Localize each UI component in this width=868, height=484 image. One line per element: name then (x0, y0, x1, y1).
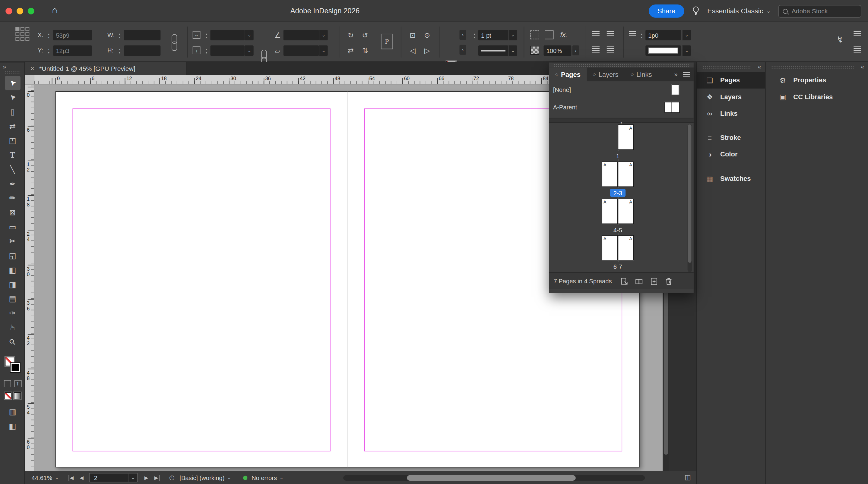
fill-flyout-button[interactable]: › (459, 30, 466, 40)
gradient-feather-tool[interactable]: ◨ (5, 277, 20, 292)
page-spread-item[interactable]: A A 4-5 (602, 198, 634, 235)
next-page-button[interactable]: ▶ (145, 475, 148, 480)
select-previous-icon[interactable]: ◁ (407, 45, 418, 56)
panel-item-color[interactable]: ◑ Color (697, 146, 765, 163)
pen-tool[interactable]: ✒ (5, 176, 20, 191)
dock-drag-handle[interactable] (771, 65, 854, 69)
panel-tab[interactable]: ◇ Pages (549, 67, 587, 82)
panel-item-stroke[interactable]: ≡ Stroke (697, 130, 765, 146)
scale-y-input[interactable] (210, 45, 245, 56)
space-input[interactable]: 1p0 (645, 30, 681, 40)
frame-tool[interactable]: ⊠ (5, 205, 20, 220)
panel-item-swatches[interactable]: ▦ Swatches (697, 170, 765, 187)
pages-scrollbar[interactable] (688, 125, 692, 272)
toolbar-drag-handle[interactable] (4, 70, 21, 73)
first-page-button[interactable]: ◀ (69, 475, 73, 480)
y-stepper[interactable]: ▴▾ (46, 45, 51, 56)
edit-page-size-icon[interactable] (620, 277, 628, 286)
space-stepper[interactable]: ▴▾ (639, 30, 644, 40)
panel-drag-handle[interactable] (554, 64, 689, 67)
line-tool[interactable]: ╲ (5, 162, 20, 176)
pencil-tool[interactable]: ✏ (5, 191, 20, 205)
home-icon[interactable]: ⌂ (52, 5, 58, 16)
page-thumbnail-left[interactable]: A (602, 198, 618, 224)
stroke-weight-dropdown[interactable]: ⌄ (508, 30, 517, 40)
toolbar-expand-icon[interactable]: » (3, 63, 6, 70)
panel-item-cc-libraries[interactable]: ▣ CC Libraries (766, 89, 868, 105)
ruler-origin-box[interactable] (25, 75, 34, 85)
width-stepper[interactable]: ▴▾ (117, 30, 122, 40)
type-tool[interactable]: T (5, 148, 20, 162)
select-container-icon[interactable]: ⊡ (407, 30, 418, 40)
hand-tool[interactable]: ☞ (5, 320, 20, 335)
y-input[interactable]: 12p3 (53, 45, 92, 56)
opacity-input[interactable]: 100% (544, 45, 571, 56)
pages-scrollbar-thumb[interactable] (688, 125, 691, 263)
rotation-angle-dropdown[interactable]: ⌄ (319, 30, 328, 40)
dock-drag-handle[interactable] (703, 65, 751, 69)
gradient-swatch-tool[interactable]: ◧ (5, 263, 20, 277)
preflight-status[interactable]: No errors (251, 474, 277, 481)
shear-angle-input[interactable] (283, 45, 319, 56)
panel-item-layers[interactable]: ❖ Layers (697, 89, 765, 105)
constrain-dimensions-link-icon[interactable] (170, 34, 177, 50)
page-spread-item[interactable]: A A 1 (602, 125, 634, 162)
panel-tab[interactable]: ◇ Layers (587, 67, 625, 82)
collapse-dock-icon[interactable]: « (758, 63, 761, 70)
shear-angle-dropdown[interactable]: ⌄ (319, 45, 328, 56)
text-frame-options-icon[interactable] (607, 46, 614, 53)
horizontal-scrollbar-thumb[interactable] (407, 475, 576, 481)
share-button[interactable]: Share (649, 4, 684, 18)
last-page-button[interactable]: ▶ (154, 475, 159, 480)
collapse-dock-icon[interactable]: « (861, 63, 864, 70)
page-thumbnail-left[interactable]: A (602, 162, 618, 187)
space-dropdown[interactable]: ⌄ (682, 30, 691, 40)
rectangle-tool[interactable]: ▭ (5, 220, 20, 234)
panel-item-pages[interactable]: ❏ Pages (697, 72, 765, 89)
current-page-value[interactable]: 2 (90, 474, 128, 481)
stroke-type-chevron[interactable]: ⌄ (508, 45, 517, 56)
split-view-icon[interactable]: ◫ (685, 474, 691, 481)
corner-options-icon[interactable] (530, 30, 539, 39)
horizontal-scrollbar[interactable] (343, 475, 645, 481)
control-panel-options-icon[interactable] (854, 46, 861, 53)
align-left-icon[interactable] (592, 31, 599, 37)
selection-tool[interactable]: ➤ (5, 76, 20, 90)
minimize-window-button[interactable] (17, 7, 23, 14)
rotate-clockwise-button[interactable]: ↻ (345, 30, 356, 40)
stroke-weight-stepper[interactable]: ▴▾ (472, 30, 477, 40)
stroke-weight-input[interactable]: 1 pt (478, 30, 508, 40)
page-dropdown-icon[interactable]: ⌄ (128, 474, 137, 482)
height-input[interactable] (124, 45, 160, 56)
preflight-profile[interactable]: [Basic] (working) (180, 474, 224, 481)
page-thumbnail-left[interactable]: A (602, 235, 618, 261)
page-thumbnail-right[interactable]: A (618, 162, 634, 187)
parent-a-thumbnail[interactable] (664, 102, 680, 113)
flip-horizontal-button[interactable]: ⇄ (345, 45, 356, 56)
parent-row-a[interactable]: A-Parent (549, 98, 694, 117)
page-thumbnail-right[interactable]: A (618, 235, 634, 261)
object-style-chevron[interactable]: ⌄ (682, 45, 691, 56)
scale-x-stepper[interactable]: ▴▾ (204, 30, 209, 40)
preflight-chevron-icon[interactable]: ⌄ (227, 475, 231, 480)
preflight-clock-icon[interactable]: ◷ (169, 474, 175, 481)
baseline-grid-icon[interactable] (592, 46, 599, 53)
rotation-angle-input[interactable] (283, 30, 319, 40)
flip-vertical-button[interactable]: ⇅ (360, 45, 370, 56)
panel-item-links[interactable]: ∞ Links (697, 105, 765, 122)
page-tool[interactable]: ▯ (5, 104, 20, 119)
page-thumbnail-right[interactable]: A (618, 125, 634, 150)
scale-y-stepper[interactable]: ▴▾ (204, 45, 209, 56)
apply-gradient-swatch[interactable] (13, 392, 21, 399)
note-tool[interactable]: ▤ (5, 291, 20, 306)
scale-x-input[interactable] (210, 30, 245, 40)
parent-row-none[interactable]: [None] (549, 82, 694, 98)
page-number-combo[interactable]: 2 ⌄ (89, 473, 138, 482)
scale-x-dropdown[interactable]: ⌄ (245, 30, 253, 40)
view-spread-icon[interactable] (635, 277, 643, 286)
close-window-button[interactable] (5, 7, 12, 14)
formatting-affects-container-icon[interactable] (4, 380, 11, 387)
page-spread-item[interactable]: A A 6-7 (602, 235, 634, 272)
gpu-performance-icon[interactable]: ↯ (835, 34, 845, 45)
x-stepper[interactable]: ▴▾ (46, 30, 51, 40)
